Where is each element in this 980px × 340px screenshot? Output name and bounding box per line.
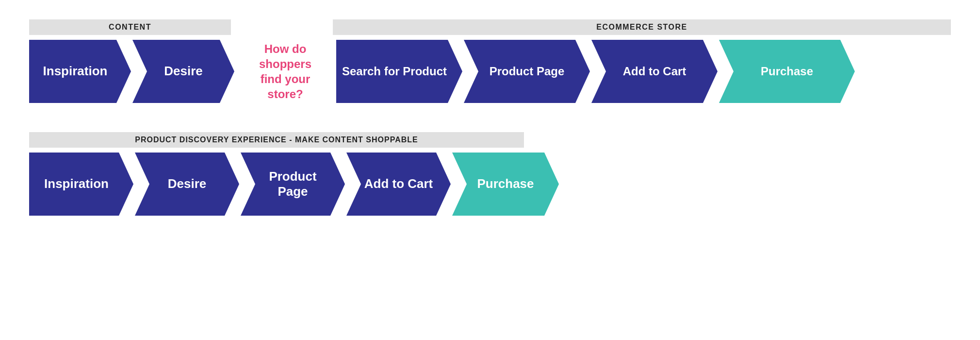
section-bottom: PRODUCT DISCOVERY EXPERIENCE - MAKE CONT…	[29, 132, 951, 216]
inspiration-label: Inspiration	[43, 64, 108, 79]
arrow-purchase: Purchase	[719, 40, 855, 103]
arrow-search-product: Search for Product	[336, 40, 462, 103]
purchase-2-label: Purchase	[477, 176, 534, 191]
label-content: CONTENT	[29, 19, 231, 35]
product-page-2-label: Product Page	[255, 169, 330, 199]
inspiration-2-label: Inspiration	[44, 176, 109, 191]
bottom-arrows-row: Inspiration Desire Product Page	[29, 153, 951, 216]
arrow-desire-2: Desire	[135, 153, 239, 216]
add-cart-2-label: Add to Cart	[364, 176, 433, 191]
arrow-product-page-2: Product Page	[241, 153, 345, 216]
arrow-inspiration-2: Inspiration	[29, 153, 133, 216]
arrow-purchase-2: Purchase	[452, 153, 559, 216]
bottom-label-container: PRODUCT DISCOVERY EXPERIENCE - MAKE CONT…	[29, 132, 951, 148]
top-labels-container: CONTENT ECOMMERCE STORE	[29, 19, 951, 35]
search-product-label: Search for Product	[342, 65, 447, 79]
section-top: CONTENT ECOMMERCE STORE Inspiration Desi…	[29, 19, 951, 103]
middle-text: How do shoppers find your store?	[234, 41, 336, 102]
desire-2-label: Desire	[168, 176, 207, 191]
arrow-product-page: Product Page	[464, 40, 590, 103]
purchase-label: Purchase	[761, 65, 813, 79]
add-cart-label: Add to Cart	[623, 65, 686, 79]
arrow-inspiration: Inspiration	[29, 40, 131, 103]
arrow-add-cart-2: Add to Cart	[346, 153, 451, 216]
top-arrows-row: Inspiration Desire How do shoppers find …	[29, 40, 951, 103]
page-container: CONTENT ECOMMERCE STORE Inspiration Desi…	[0, 0, 980, 340]
label-discovery: PRODUCT DISCOVERY EXPERIENCE - MAKE CONT…	[29, 132, 524, 148]
desire-label: Desire	[164, 64, 203, 79]
arrow-desire: Desire	[132, 40, 234, 103]
product-page-label: Product Page	[490, 65, 565, 79]
label-ecommerce: ECOMMERCE STORE	[333, 19, 951, 35]
arrow-add-cart: Add to Cart	[591, 40, 718, 103]
